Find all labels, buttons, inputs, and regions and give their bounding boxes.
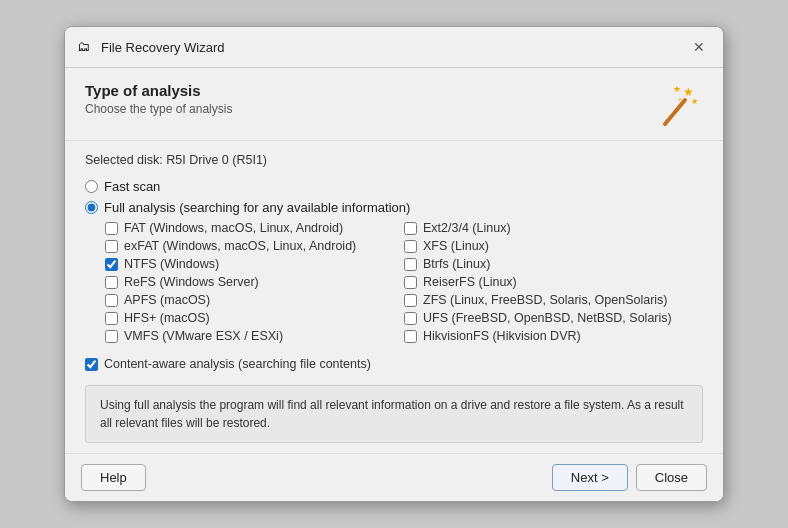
dialog-footer: Help Next > Close [65, 453, 723, 501]
fs-ext234[interactable]: Ext2/3/4 (Linux) [404, 221, 703, 235]
header-text: Type of analysis Choose the type of anal… [85, 82, 232, 116]
fs-ufs-checkbox[interactable] [404, 312, 417, 325]
checkboxes-columns: FAT (Windows, macOS, Linux, Android) exF… [105, 221, 703, 343]
fs-btrfs[interactable]: Btrfs (Linux) [404, 257, 703, 271]
fs-ext234-checkbox[interactable] [404, 222, 417, 235]
radio-group: Fast scan Full analysis (searching for a… [85, 179, 703, 215]
fs-refs-checkbox[interactable] [105, 276, 118, 289]
fs-hikvision-checkbox[interactable] [404, 330, 417, 343]
fs-hfsplus-label: HFS+ (macOS) [124, 311, 210, 325]
svg-text:★: ★ [691, 97, 698, 106]
dialog-body: Selected disk: R5I Drive 0 (R5I1) Fast s… [65, 141, 723, 453]
content-aware-label: Content-aware analysis (searching file c… [104, 357, 371, 371]
fs-xfs-checkbox[interactable] [404, 240, 417, 253]
fast-scan-label: Fast scan [104, 179, 160, 194]
fs-ntfs-checkbox[interactable] [105, 258, 118, 271]
fs-hikvision[interactable]: HikvisionFS (Hikvision DVR) [404, 329, 703, 343]
fs-xfs-label: XFS (Linux) [423, 239, 489, 253]
fast-scan-radio[interactable] [85, 180, 98, 193]
title-bar-left: 🗂 File Recovery Wizard [77, 39, 225, 55]
content-aware-option[interactable]: Content-aware analysis (searching file c… [85, 357, 703, 371]
fs-hfsplus[interactable]: HFS+ (macOS) [105, 311, 404, 325]
header-subtext: Choose the type of analysis [85, 102, 232, 116]
fs-ufs[interactable]: UFS (FreeBSD, OpenBSD, NetBSD, Solaris) [404, 311, 703, 325]
fs-hikvision-label: HikvisionFS (Hikvision DVR) [423, 329, 581, 343]
fs-zfs-checkbox[interactable] [404, 294, 417, 307]
fs-fat[interactable]: FAT (Windows, macOS, Linux, Android) [105, 221, 404, 235]
fs-ufs-label: UFS (FreeBSD, OpenBSD, NetBSD, Solaris) [423, 311, 672, 325]
fs-vmfs[interactable]: VMFS (VMware ESX / ESXi) [105, 329, 404, 343]
fs-zfs[interactable]: ZFS (Linux, FreeBSD, Solaris, OpenSolari… [404, 293, 703, 307]
fs-exfat[interactable]: exFAT (Windows, macOS, Linux, Android) [105, 239, 404, 253]
fs-exfat-label: exFAT (Windows, macOS, Linux, Android) [124, 239, 356, 253]
full-analysis-radio[interactable] [85, 201, 98, 214]
title-close-button[interactable]: ✕ [687, 35, 711, 59]
header-section: Type of analysis Choose the type of anal… [65, 68, 723, 141]
fs-refs-label: ReFS (Windows Server) [124, 275, 259, 289]
fs-ext234-label: Ext2/3/4 (Linux) [423, 221, 511, 235]
file-recovery-dialog: 🗂 File Recovery Wizard ✕ Type of analysi… [64, 26, 724, 502]
help-button[interactable]: Help [81, 464, 146, 491]
content-aware-checkbox[interactable] [85, 358, 98, 371]
fs-apfs[interactable]: APFS (macOS) [105, 293, 404, 307]
fast-scan-option[interactable]: Fast scan [85, 179, 703, 194]
fs-btrfs-checkbox[interactable] [404, 258, 417, 271]
fs-fat-checkbox[interactable] [105, 222, 118, 235]
wizard-icon: ★ ★ ★ ✦ [655, 82, 703, 130]
fs-fat-label: FAT (Windows, macOS, Linux, Android) [124, 221, 343, 235]
fs-reiserfs-checkbox[interactable] [404, 276, 417, 289]
svg-text:★: ★ [673, 84, 681, 94]
full-analysis-label: Full analysis (searching for any availab… [104, 200, 410, 215]
title-bar-text: File Recovery Wizard [101, 40, 225, 55]
right-filesystem-column: Ext2/3/4 (Linux) XFS (Linux) Btrfs (Linu… [404, 221, 703, 343]
fs-reiserfs[interactable]: ReiserFS (Linux) [404, 275, 703, 289]
selected-disk-text: Selected disk: R5I Drive 0 (R5I1) [85, 153, 703, 167]
description-box: Using full analysis the program will fin… [85, 385, 703, 443]
fs-hfsplus-checkbox[interactable] [105, 312, 118, 325]
fs-apfs-checkbox[interactable] [105, 294, 118, 307]
fs-ntfs[interactable]: NTFS (Windows) [105, 257, 404, 271]
fs-exfat-checkbox[interactable] [105, 240, 118, 253]
svg-text:✦: ✦ [677, 96, 683, 103]
header-heading: Type of analysis [85, 82, 232, 99]
footer-right-buttons: Next > Close [552, 464, 707, 491]
fs-refs[interactable]: ReFS (Windows Server) [105, 275, 404, 289]
fs-reiserfs-label: ReiserFS (Linux) [423, 275, 517, 289]
fs-vmfs-label: VMFS (VMware ESX / ESXi) [124, 329, 283, 343]
fs-xfs[interactable]: XFS (Linux) [404, 239, 703, 253]
full-analysis-option[interactable]: Full analysis (searching for any availab… [85, 200, 703, 215]
title-bar: 🗂 File Recovery Wizard ✕ [65, 27, 723, 68]
close-button[interactable]: Close [636, 464, 707, 491]
svg-line-0 [665, 100, 685, 124]
filesystem-checkboxes: FAT (Windows, macOS, Linux, Android) exF… [105, 221, 703, 343]
fs-vmfs-checkbox[interactable] [105, 330, 118, 343]
left-filesystem-column: FAT (Windows, macOS, Linux, Android) exF… [105, 221, 404, 343]
next-button[interactable]: Next > [552, 464, 628, 491]
fs-btrfs-label: Btrfs (Linux) [423, 257, 490, 271]
fs-apfs-label: APFS (macOS) [124, 293, 210, 307]
fs-zfs-label: ZFS (Linux, FreeBSD, Solaris, OpenSolari… [423, 293, 668, 307]
title-bar-icon: 🗂 [77, 39, 93, 55]
fs-ntfs-label: NTFS (Windows) [124, 257, 219, 271]
